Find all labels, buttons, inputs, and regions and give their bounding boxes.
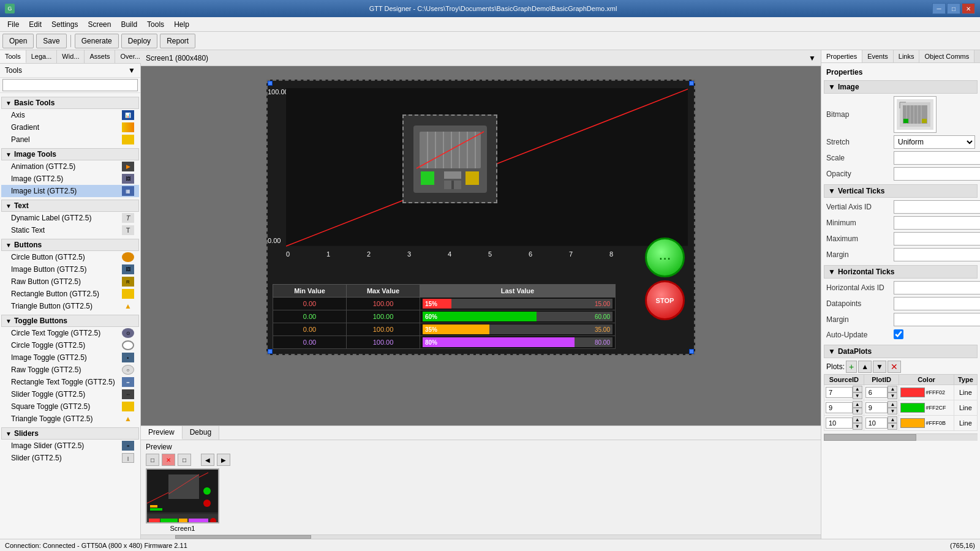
save-button[interactable]: Save [36, 34, 66, 48]
menu-edit[interactable]: Edit [24, 19, 47, 30]
vert-max-input[interactable]: 100 [894, 232, 980, 246]
canvas[interactable]: 100.00 0.00 0 1 2 3 4 5 [266, 80, 695, 355]
selection-handle-tl[interactable] [268, 81, 273, 86]
tool-triangle-toggle[interactable]: Triangle Toggle (GTT2.5) ▲ [1, 413, 139, 425]
auto-update-checkbox[interactable] [894, 329, 903, 339]
opacity-input[interactable]: 0.50 [894, 167, 980, 181]
stretch-select[interactable]: Uniform Fill None Uniform Fill [894, 135, 975, 149]
right-tab-object-comms[interactable]: Object Comms [919, 50, 974, 62]
menu-screen[interactable]: Screen [83, 19, 116, 30]
maximize-button[interactable]: □ [947, 3, 960, 14]
category-text-header[interactable]: ▼ Text [1, 200, 139, 212]
add-plot-button[interactable]: + [846, 361, 857, 373]
plot1-color-swatch[interactable] [900, 388, 925, 397]
tool-raw-toggle[interactable]: Raw Toggle (GTT2.5) ○ [1, 364, 139, 376]
plot1-source-down[interactable]: ▼ [853, 392, 862, 399]
tool-static-text[interactable]: Static Text T [1, 224, 139, 236]
datapoints-input[interactable]: 10 [894, 297, 980, 310]
plot1-plot-input[interactable] [865, 387, 888, 398]
plot3-source-down[interactable]: ▼ [853, 423, 862, 430]
plot2-source-input[interactable] [826, 402, 853, 413]
vert-margin-input[interactable]: 70 [894, 248, 980, 261]
tool-circle-button[interactable]: Circle Button (GTT2.5) [1, 251, 139, 263]
menu-settings[interactable]: Settings [47, 19, 83, 30]
right-panel-scrollbar[interactable] [824, 433, 978, 441]
vert-axis-id-input[interactable]: 4 [894, 200, 980, 214]
plot1-plot-up[interactable]: ▲ [888, 386, 897, 392]
category-buttons-header[interactable]: ▼ Buttons [1, 239, 139, 251]
plot2-source-down[interactable]: ▼ [853, 408, 862, 414]
plot3-source-up[interactable]: ▲ [853, 416, 862, 423]
horiz-axis-id-input[interactable]: 3 [894, 281, 980, 294]
category-basic-tools-header[interactable]: ▼ Basic Tools [1, 97, 139, 109]
plot2-plot-up[interactable]: ▲ [888, 401, 897, 408]
tool-image-list[interactable]: Image List (GTT2.5) ▦ [1, 185, 139, 197]
tab-assets[interactable]: Assets [85, 50, 115, 63]
tool-image[interactable]: Image (GTT2.5) 🖼 [1, 173, 139, 185]
plot3-plot-down[interactable]: ▼ [888, 423, 897, 430]
menu-file[interactable]: File [2, 19, 24, 30]
tool-circle-text-toggle[interactable]: Circle Text Toggle (GTT2.5) ⊙ [1, 327, 139, 339]
preview-prev-arrow[interactable]: ◀ [201, 454, 214, 466]
plot2-source-up[interactable]: ▲ [853, 401, 862, 408]
minimize-button[interactable]: ─ [932, 3, 946, 14]
vert-min-input[interactable]: 0 [894, 216, 980, 230]
plot1-plot-down[interactable]: ▼ [888, 392, 897, 399]
preview-next-arrow[interactable]: ▶ [217, 454, 230, 466]
report-button[interactable]: Report [160, 34, 195, 48]
plot3-color-swatch[interactable] [900, 418, 925, 428]
menu-help[interactable]: Help [169, 19, 194, 30]
tab-legacy[interactable]: Lega... [26, 50, 58, 63]
right-tab-properties[interactable]: Properties [821, 50, 862, 62]
tools-dropdown-icon[interactable]: ▼ [128, 66, 135, 75]
tool-image-button[interactable]: Image Button (GTT2.5) 🖼 [1, 263, 139, 276]
menu-tools[interactable]: Tools [142, 19, 169, 30]
plot2-color-swatch[interactable] [900, 403, 925, 413]
dataplots-section-header[interactable]: ▼ DataPlots [824, 345, 978, 358]
tool-image-toggle[interactable]: Image Toggle (GTT2.5) ▪ [1, 351, 139, 364]
screen-dropdown-icon[interactable]: ▼ [809, 54, 816, 62]
category-image-tools-header[interactable]: ▼ Image Tools [1, 148, 139, 160]
plot2-plot-input[interactable] [865, 402, 888, 413]
plot3-plot-input[interactable] [865, 418, 888, 429]
tool-dynamic-label[interactable]: Dynamic Label (GTT2.5) T [1, 212, 139, 224]
menu-build[interactable]: Build [116, 19, 142, 30]
vertical-ticks-section-header[interactable]: ▼ Vertical Ticks [824, 184, 978, 198]
tool-triangle-button[interactable]: Triangle Button (GTT2.5) ▲ [1, 300, 139, 312]
tool-slider-toggle[interactable]: Slider Toggle (GTT2.5) ↔ [1, 388, 139, 400]
tool-gradient[interactable]: Gradient [1, 121, 139, 133]
tool-rectangle-text-toggle[interactable]: Rectangle Text Toggle (GTT2.5) ▪▪ [1, 376, 139, 388]
bitmap-image[interactable] [894, 96, 937, 133]
preview-btn-1[interactable]: □ [146, 454, 159, 466]
move-plot-down-button[interactable]: ▼ [873, 361, 886, 373]
right-tab-links[interactable]: Links [894, 50, 920, 62]
screen-thumbnail[interactable] [146, 468, 219, 523]
tab-tools[interactable]: Tools [0, 50, 26, 63]
go-button[interactable]: ··· [645, 238, 685, 277]
tools-search-input[interactable] [2, 79, 138, 91]
selection-handle-br[interactable] [689, 349, 694, 354]
tab-preview[interactable]: Preview [141, 426, 183, 440]
category-toggle-buttons-header[interactable]: ▼ Toggle Buttons [1, 315, 139, 327]
selection-handle-tr[interactable] [689, 81, 694, 86]
plot1-source-up[interactable]: ▲ [853, 386, 862, 392]
tool-square-toggle[interactable]: Square Toggle (GTT2.5) [1, 400, 139, 413]
tab-widgets[interactable]: Wid... [57, 50, 85, 63]
close-button[interactable]: ✕ [962, 3, 975, 14]
canvas-image[interactable] [402, 114, 497, 203]
tool-animation[interactable]: Animation (GTT2.5) ▶ [1, 160, 139, 173]
tool-raw-button[interactable]: Raw Button (GTT2.5) R [1, 276, 139, 288]
selection-handle-bl[interactable] [268, 349, 273, 354]
preview-btn-3[interactable]: □ [178, 454, 191, 466]
horizontal-ticks-section-header[interactable]: ▼ Horizontal Ticks [824, 265, 978, 279]
category-sliders-header[interactable]: ▼ Sliders [1, 427, 139, 440]
tool-image-slider[interactable]: Image Slider (GTT2.5) ≡ [1, 440, 139, 452]
remove-plot-button[interactable]: ✕ [888, 361, 901, 373]
preview-btn-2[interactable]: ✕ [162, 454, 175, 466]
preview-scrollbar[interactable] [141, 534, 821, 539]
canvas-area[interactable]: 100.00 0.00 0 1 2 3 4 5 [141, 66, 821, 425]
plot3-plot-up[interactable]: ▲ [888, 416, 897, 423]
scale-input[interactable]: 0.60 [894, 151, 980, 165]
deploy-button[interactable]: Deploy [121, 34, 157, 48]
tool-axis[interactable]: Axis 📊 [1, 109, 139, 121]
